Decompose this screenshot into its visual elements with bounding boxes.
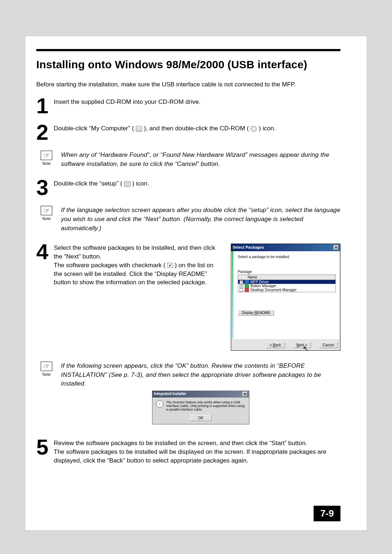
info-icon: i: [156, 400, 163, 408]
dialog-titlebar: Integrated Installer ✕: [152, 391, 249, 398]
package-label: Package: [238, 270, 336, 274]
step-4-row: 4 Select the software packages to be ins…: [36, 244, 340, 351]
note-block: ☞ Note When any of “Hardware Found”, or …: [40, 151, 340, 168]
text: Display README: [242, 311, 270, 315]
note-label: Note: [40, 161, 53, 166]
display-readme-button[interactable]: Display README: [238, 310, 274, 316]
step-number: 1: [36, 98, 54, 114]
package-name: Button Manager: [250, 284, 276, 288]
package-list: Name ✔ MFP Driver ✔ Button Manager: [238, 274, 336, 292]
select-packages-dialog: Select Packages ✕ Select a package to be…: [231, 244, 340, 351]
step-number: 2: [36, 124, 54, 140]
back-button[interactable]: < Back: [266, 342, 285, 348]
package-row-selected[interactable]: ✔ MFP Driver: [238, 280, 335, 284]
dialog-title: Integrated Installer: [154, 392, 186, 397]
my-computer-icon: [136, 126, 142, 132]
dialog-message: The Scanner feature only works when usin…: [166, 400, 245, 411]
step-3: 3 Double-click the “setup” ( ) icon.: [36, 179, 340, 196]
t: ext >: [299, 343, 307, 347]
step-body: Review the software packages to be insta…: [54, 439, 340, 465]
package-row[interactable]: ✔ Button Manager: [238, 284, 335, 288]
dialog-side-stripe: [232, 251, 233, 339]
text: ) icon.: [132, 180, 149, 187]
text: Select the software packages to be insta…: [54, 244, 215, 260]
t: B: [273, 343, 275, 347]
close-icon[interactable]: ✕: [334, 245, 339, 250]
step-body: Double-click the “setup” ( ) icon.: [54, 179, 340, 188]
step-body: Insert the supplied CD-ROM into your CD-…: [54, 98, 340, 106]
package-name: Desktop Document Manager: [250, 288, 297, 292]
step-1: 1 Insert the supplied CD-ROM into your C…: [36, 98, 340, 114]
note-text: When any of “Hardware Found”, or “Found …: [61, 151, 340, 168]
dialog-titlebar: Select Packages ✕: [231, 244, 340, 251]
package-row[interactable]: Desktop Document Manager: [238, 288, 335, 292]
package-icon: [245, 280, 249, 284]
package-icon: [245, 284, 249, 288]
text: Double-click “My Computer” (: [54, 125, 134, 132]
note-text: If the language selection screen appears…: [61, 206, 340, 233]
note-block: ☞ Note If the following screen appears, …: [40, 362, 340, 428]
text: ), and then double-click the CD-ROM (: [144, 125, 249, 132]
text: Review the software packages to be insta…: [54, 440, 307, 447]
text: ) icon.: [259, 125, 275, 132]
package-name: MFP Driver: [250, 280, 269, 284]
step-2: 2 Double-click “My Computer” ( ), and th…: [36, 124, 340, 140]
checkbox-icon[interactable]: ✔: [240, 280, 243, 284]
step-number: 4: [36, 244, 54, 260]
checkmark-icon: ✔: [167, 263, 173, 268]
note-text: If the following screen appears, click t…: [61, 362, 340, 388]
package-icon: [245, 288, 249, 292]
step-body: Select the software packages to be insta…: [54, 244, 220, 287]
ok-button[interactable]: OK: [190, 415, 212, 421]
section-rule: [36, 49, 340, 51]
page-title: Installing onto Windows 98/Me/2000 (USB …: [36, 58, 340, 71]
note-label: Note: [40, 216, 53, 221]
dialog-instruction: Select a package to be installed.: [238, 255, 336, 259]
setup-icon: [124, 181, 131, 187]
step-number: 3: [36, 179, 54, 196]
text: The software packages to be installed wi…: [54, 448, 326, 464]
note-hand-icon: ☞: [41, 151, 52, 160]
cancel-button[interactable]: Cancel: [319, 342, 338, 348]
integrated-installer-dialog: Integrated Installer ✕ i The Scanner fea…: [152, 391, 249, 424]
step-body: Double-click “My Computer” ( ), and then…: [54, 124, 340, 133]
text: The software packages with checkmark (: [54, 262, 166, 269]
column-header: Name: [238, 275, 335, 280]
close-icon[interactable]: ✕: [242, 392, 248, 397]
note-block: ☞ Note If the language selection screen …: [40, 206, 340, 233]
intro-text: Before starting the installation, make s…: [36, 81, 340, 88]
dialog-footer: < Back Next > Cancel ↖: [231, 340, 340, 350]
t: ack: [275, 343, 281, 347]
text: Double-click the “setup” (: [54, 180, 122, 187]
note-hand-icon: ☞: [41, 206, 52, 215]
note-label: Note: [40, 372, 53, 376]
cdrom-icon: [250, 126, 257, 132]
checkbox-icon[interactable]: [240, 288, 243, 292]
t: <: [270, 343, 273, 347]
note-hand-icon: ☞: [41, 362, 52, 371]
page-number: 7-9: [314, 506, 340, 521]
step-4: 4 Select the software packages to be ins…: [36, 244, 220, 287]
next-button[interactable]: Next >: [293, 342, 311, 348]
step-number: 5: [36, 439, 54, 455]
dialog-title: Select Packages: [233, 245, 264, 250]
step-5: 5 Review the software packages to be ins…: [36, 439, 340, 465]
checkbox-icon[interactable]: ✔: [240, 284, 243, 288]
